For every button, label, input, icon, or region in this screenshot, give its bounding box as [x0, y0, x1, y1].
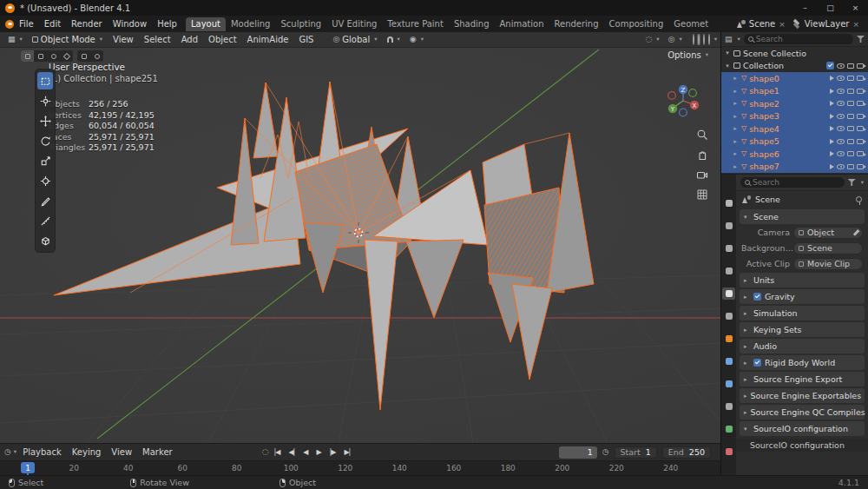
snap-toggle[interactable]: ▾: [383, 36, 404, 43]
properties-section[interactable]: Keying Sets: [740, 322, 865, 337]
mode-dropdown[interactable]: Object Mode ▾: [28, 34, 107, 45]
menu-item[interactable]: Render: [66, 18, 108, 30]
outliner-editor-icon[interactable]: ▤: [725, 36, 733, 43]
properties-section[interactable]: Rigid Body World: [740, 355, 865, 370]
outliner-row-collection[interactable]: ▾ Collection: [721, 60, 868, 73]
properties-section[interactable]: Gravity: [740, 289, 865, 304]
outliner-row-scene-collection[interactable]: ▾ Scene Collectio: [721, 47, 868, 60]
timeline-menu-item[interactable]: Playback: [17, 446, 67, 458]
render-visibility-icon[interactable]: [857, 89, 864, 94]
mode-extra-button-1[interactable]: [77, 50, 90, 62]
menu-item[interactable]: Window: [108, 18, 152, 30]
tool-move[interactable]: [37, 112, 53, 129]
properties-tab[interactable]: [722, 310, 735, 322]
navigation-gizmo[interactable]: Z X Y: [665, 83, 701, 119]
auto-keying-icon[interactable]: ◌: [262, 448, 269, 456]
options-dropdown[interactable]: Options ▾: [667, 50, 708, 60]
outliner-object-row[interactable]: ▸ ▽ shape3: [721, 110, 868, 123]
collection-checkbox[interactable]: [826, 62, 834, 69]
filter-icon[interactable]: [848, 179, 856, 186]
properties-tab[interactable]: [722, 446, 735, 458]
viewport-menu-item[interactable]: Add: [176, 34, 203, 45]
menu-item[interactable]: Help: [152, 18, 182, 30]
outliner-search[interactable]: [744, 34, 853, 44]
outliner-object-row[interactable]: ▸ ▽ shape5: [721, 135, 868, 149]
outliner-object-row[interactable]: ▸ ▽ shape6: [721, 148, 868, 161]
proportional-edit-toggle[interactable]: ◉ ▾: [405, 35, 428, 44]
object-visibility-dropdown[interactable]: ◌ ▾: [641, 35, 663, 44]
play-button[interactable]: ▶: [312, 448, 324, 456]
viewport-display-icon[interactable]: [847, 63, 854, 69]
tool-measure[interactable]: [37, 212, 53, 229]
viewport-menu-item[interactable]: GIS: [293, 34, 319, 45]
select-lasso-button[interactable]: [60, 50, 73, 62]
camera-view-button[interactable]: [695, 168, 709, 181]
workspace-tab[interactable]: Animation: [495, 17, 549, 31]
field-value-button[interactable]: Object: [793, 227, 863, 239]
properties-tab[interactable]: [722, 287, 735, 300]
viewport-menu-item[interactable]: View: [108, 34, 139, 45]
zoom-button[interactable]: [695, 128, 709, 141]
viewport-display-icon[interactable]: [847, 164, 854, 169]
visibility-eye-icon[interactable]: [837, 151, 845, 156]
viewport-display-icon[interactable]: [847, 114, 854, 119]
properties-section[interactable]: Audio: [740, 339, 865, 354]
tool-scale[interactable]: [37, 152, 53, 169]
workspace-tab[interactable]: Sculpting: [275, 17, 326, 31]
visibility-eye-icon[interactable]: [837, 164, 845, 169]
viewlayer-unlink-icon[interactable]: ×: [852, 20, 859, 29]
mesh-shape[interactable]: [512, 284, 552, 380]
render-visibility-icon[interactable]: [857, 139, 864, 144]
viewport-menu-item[interactable]: AnimAide: [242, 34, 294, 45]
field-value-button[interactable]: Movie Clip: [793, 258, 863, 270]
expand-icon[interactable]: ▾: [724, 50, 731, 56]
close-button[interactable]: ×: [843, 0, 868, 16]
expand-icon[interactable]: ▸: [732, 125, 739, 132]
maximize-button[interactable]: □: [818, 0, 843, 16]
outliner-object-row[interactable]: ▸ ▽ shape2: [721, 97, 868, 110]
pan-hand-button[interactable]: [695, 148, 709, 161]
tool-add-cube[interactable]: [37, 232, 53, 249]
mesh-shape[interactable]: [54, 198, 300, 295]
expand-icon[interactable]: ▾: [724, 63, 731, 69]
viewport-display-icon[interactable]: [847, 101, 854, 106]
section-checkbox[interactable]: [753, 359, 761, 367]
properties-tab[interactable]: [722, 265, 735, 277]
perspective-grid-button[interactable]: [695, 188, 709, 201]
viewlayer-selector[interactable]: ViewLayer ×: [792, 19, 859, 29]
timeline-menu-item[interactable]: View: [106, 446, 137, 458]
properties-tab[interactable]: [722, 400, 735, 413]
viewport-display-icon[interactable]: [847, 151, 854, 156]
menu-item[interactable]: File: [14, 18, 39, 30]
expand-icon[interactable]: ▸: [732, 138, 739, 145]
properties-tab[interactable]: [722, 378, 735, 390]
shading-wireframe-button[interactable]: [692, 34, 695, 45]
tool-annotate[interactable]: [37, 192, 53, 209]
shading-material-button[interactable]: [702, 34, 706, 45]
field-value-button[interactable]: Scene: [793, 242, 863, 254]
properties-search-input[interactable]: [753, 178, 840, 187]
blender-menu-icon[interactable]: [5, 20, 14, 29]
timeline-menu-item[interactable]: Keying: [67, 446, 107, 458]
workspace-tab[interactable]: Modeling: [226, 17, 276, 31]
menu-item[interactable]: Edit: [39, 18, 66, 30]
tool-transform[interactable]: [37, 172, 53, 189]
properties-section[interactable]: Units: [740, 273, 865, 287]
workspace-tab[interactable]: Geomet: [668, 17, 713, 31]
next-keyframe-button[interactable]: |▶: [326, 448, 339, 456]
visibility-eye-icon[interactable]: [837, 139, 845, 144]
jump-to-start-button[interactable]: |◀: [271, 448, 284, 456]
visibility-eye-icon[interactable]: [837, 63, 845, 69]
properties-tab[interactable]: [722, 242, 735, 254]
render-visibility-icon[interactable]: [857, 114, 864, 119]
viewport-display-icon[interactable]: [847, 76, 854, 81]
viewport-menu-item[interactable]: Select: [139, 34, 176, 45]
select-tweak-button[interactable]: [21, 50, 34, 62]
render-visibility-icon[interactable]: [857, 151, 864, 156]
timeline-editor-icon[interactable]: ◷: [4, 448, 11, 456]
shading-solid-button[interactable]: [697, 34, 700, 45]
mode-extra-button-2[interactable]: [90, 50, 103, 62]
scene-unlink-icon[interactable]: ×: [779, 20, 786, 29]
tool-rotate[interactable]: [37, 132, 53, 149]
scene-selector[interactable]: Scene ×: [737, 19, 786, 29]
